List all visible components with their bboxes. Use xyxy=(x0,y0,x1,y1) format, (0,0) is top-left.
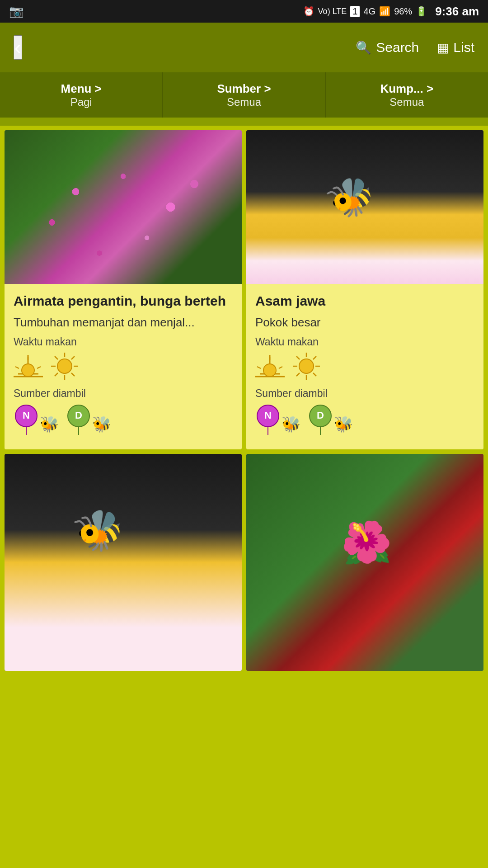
card-2-source-D: D 🐝 xyxy=(308,403,353,435)
card-1-waktu-label: Waktu makan xyxy=(14,336,233,348)
card-2-waktu-label: Waktu makan xyxy=(255,336,474,348)
card-1[interactable]: Airmata pengantin, bunga berteh Tumbuhan… xyxy=(5,130,242,449)
svg-text:N: N xyxy=(23,410,30,421)
vol-lte-icon: Vo) LTE xyxy=(318,7,347,16)
sun-icon-2 xyxy=(292,352,321,381)
bee-flower-image xyxy=(246,130,483,284)
search-button[interactable]: 🔍 Search xyxy=(356,40,419,55)
camera-icon: 📷 xyxy=(9,5,23,19)
card-2-source-N: N 🐝 xyxy=(255,403,300,435)
card-1-image xyxy=(5,130,242,284)
signal-icon: 📶 xyxy=(379,6,390,17)
4g-icon: 4G xyxy=(363,6,375,17)
svg-line-34 xyxy=(296,356,300,359)
card-4[interactable] xyxy=(246,454,483,671)
menu-filter[interactable]: Menu > Pagi xyxy=(0,72,163,118)
svg-line-12 xyxy=(55,356,58,359)
source-filter[interactable]: Sumber > Semua xyxy=(163,72,325,118)
card-1-source-icons: N 🐝 D 🐝 xyxy=(14,403,233,435)
separator xyxy=(0,118,488,126)
svg-line-14 xyxy=(71,356,75,359)
sim-icon: 1 xyxy=(350,6,360,17)
source-filter-value: Semua xyxy=(227,96,261,108)
collection-filter-label: Kump... > xyxy=(380,82,433,96)
svg-line-4 xyxy=(15,367,19,368)
card-1-sumber-label: Sumber diambil xyxy=(14,387,233,400)
flowers-image xyxy=(5,130,242,284)
card-2[interactable]: Asam jawa Pokok besar Waktu makan xyxy=(246,130,483,449)
battery-text: 96% xyxy=(394,6,412,17)
card-2-title: Asam jawa xyxy=(255,293,474,309)
svg-point-29 xyxy=(299,359,314,373)
card-2-source-icons: N 🐝 D 🐝 xyxy=(255,403,474,435)
card-2-content: Asam jawa Pokok besar Waktu makan xyxy=(246,284,483,449)
svg-line-15 xyxy=(55,373,58,376)
list-button[interactable]: ▦ List xyxy=(437,40,474,55)
red-flowers-image xyxy=(246,454,483,671)
svg-line-27 xyxy=(279,367,282,368)
svg-point-25 xyxy=(263,364,276,377)
svg-line-26 xyxy=(257,367,261,368)
card-2-desc: Pokok besar xyxy=(255,316,474,330)
battery-icon: 🔋 xyxy=(416,6,427,17)
svg-text:D: D xyxy=(317,410,324,421)
menu-filter-label: Menu > xyxy=(61,82,102,96)
card-2-time-icons xyxy=(255,352,474,381)
bee-flower2-image xyxy=(5,454,242,671)
collection-filter-value: Semua xyxy=(389,96,424,108)
card-1-title: Airmata pengantin, bunga berteh xyxy=(14,293,233,309)
card-1-source-N: N 🐝 xyxy=(14,403,59,435)
svg-point-3 xyxy=(22,364,34,377)
search-icon: 🔍 xyxy=(356,40,371,55)
card-2-image xyxy=(246,130,483,284)
list-icon: ▦ xyxy=(437,40,449,55)
sunrise-icon-2 xyxy=(255,353,285,380)
card-grid: Airmata pengantin, bunga berteh Tumbuhan… xyxy=(0,126,488,675)
card-1-source-D: D 🐝 xyxy=(66,403,111,435)
svg-text:N: N xyxy=(264,410,272,421)
svg-line-5 xyxy=(37,367,41,368)
sunrise-icon xyxy=(14,353,43,380)
card-1-content: Airmata pengantin, bunga berteh Tumbuhan… xyxy=(5,284,242,449)
card-3[interactable] xyxy=(5,454,242,671)
sun-icon xyxy=(50,352,80,381)
time-display: 9:36 am xyxy=(435,5,479,19)
menu-filter-value: Pagi xyxy=(70,96,92,108)
svg-line-35 xyxy=(313,373,316,376)
svg-point-7 xyxy=(57,359,72,373)
back-button[interactable]: ‹ xyxy=(14,35,22,60)
svg-line-13 xyxy=(71,373,75,376)
alarm-icon: ⏰ xyxy=(303,6,314,17)
svg-line-36 xyxy=(313,356,316,359)
card-1-time-icons xyxy=(14,352,233,381)
filter-bar: Menu > Pagi Sumber > Semua Kump... > Sem… xyxy=(0,72,488,118)
collection-filter[interactable]: Kump... > Semua xyxy=(326,72,488,118)
card-2-sumber-label: Sumber diambil xyxy=(255,387,474,400)
action-bar: ‹ 🔍 Search ▦ List xyxy=(0,23,488,72)
card-4-image xyxy=(246,454,483,671)
status-bar: 📷 ⏰ Vo) LTE 1 4G 📶 96% 🔋 9:36 am xyxy=(0,0,488,23)
svg-text:D: D xyxy=(75,410,82,421)
source-filter-label: Sumber > xyxy=(217,82,271,96)
card-3-image xyxy=(5,454,242,671)
card-1-desc: Tumbuhan memanjat dan menjal... xyxy=(14,316,233,330)
svg-line-37 xyxy=(296,373,300,376)
